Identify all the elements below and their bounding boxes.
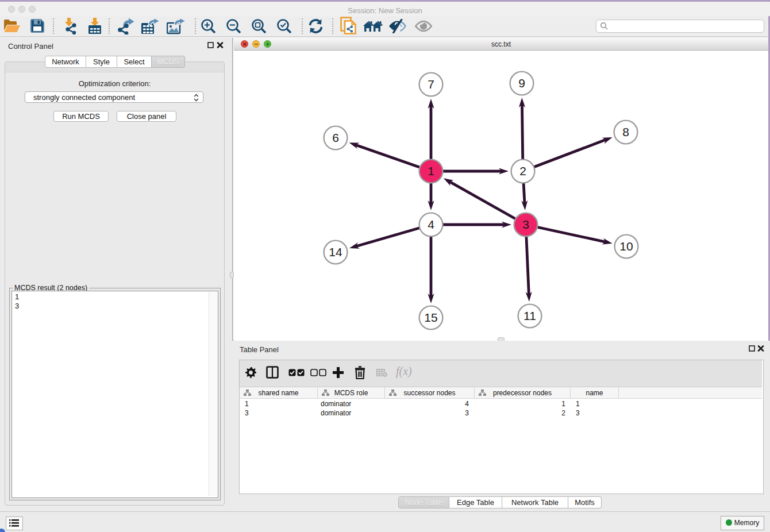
svg-text:9: 9 xyxy=(518,76,525,90)
svg-text:11: 11 xyxy=(523,309,536,322)
svg-text:3: 3 xyxy=(522,218,529,231)
svg-text:15: 15 xyxy=(424,311,437,324)
svg-text:2: 2 xyxy=(519,164,526,178)
svg-text:6: 6 xyxy=(332,131,339,144)
svg-text:7: 7 xyxy=(428,78,434,91)
svg-text:4: 4 xyxy=(428,218,434,231)
svg-text:1: 1 xyxy=(428,164,434,178)
svg-text:14: 14 xyxy=(329,245,342,259)
svg-text:10: 10 xyxy=(619,240,633,253)
svg-text:8: 8 xyxy=(622,125,629,138)
